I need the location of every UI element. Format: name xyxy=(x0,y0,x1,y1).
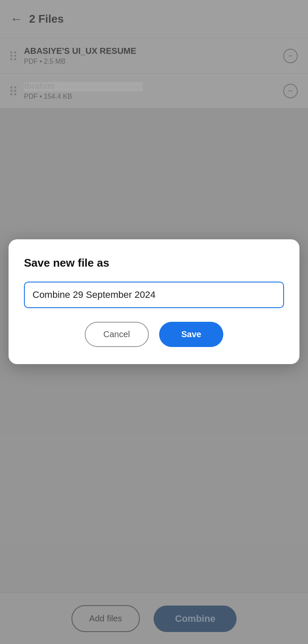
save-dialog: Save new file as Cancel Save xyxy=(9,239,299,364)
filename-input[interactable] xyxy=(24,282,284,308)
cancel-button[interactable]: Cancel xyxy=(85,322,149,347)
save-button[interactable]: Save xyxy=(159,322,224,347)
dialog-title: Save new file as xyxy=(24,256,284,270)
dialog-buttons: Cancel Save xyxy=(24,322,284,347)
